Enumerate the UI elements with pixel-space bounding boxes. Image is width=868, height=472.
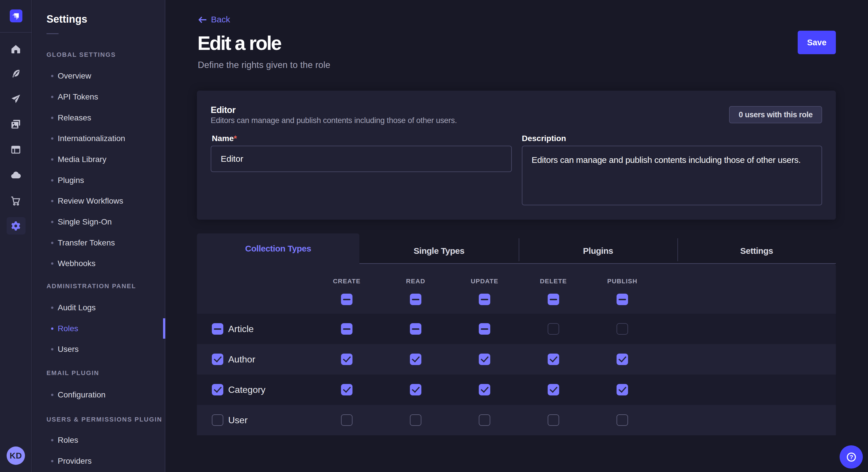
svg-text:?: ? <box>849 454 853 460</box>
